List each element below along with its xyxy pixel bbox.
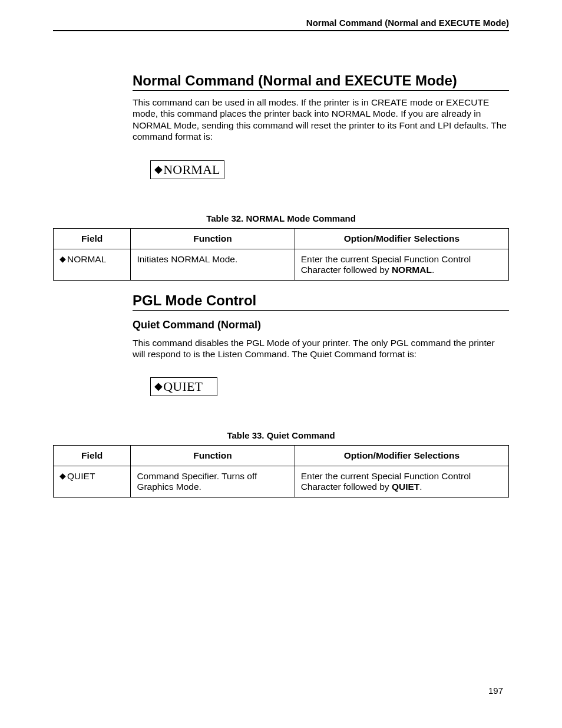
command-box-quiet: ◆QUIET <box>150 377 217 396</box>
section-paragraph: This command disables the PGL Mode of yo… <box>133 337 509 360</box>
table-caption: Table 33. Quiet Command <box>53 430 509 440</box>
table-header-row: Field Function Option/Modifier Selection… <box>54 446 509 466</box>
cell-options: Enter the current Special Function Contr… <box>295 466 508 498</box>
page: Normal Command (Normal and EXECUTE Mode)… <box>0 0 562 728</box>
col-header-field: Field <box>54 446 131 466</box>
diamond-icon: ◆ <box>154 380 163 392</box>
table-quiet: Field Function Option/Modifier Selection… <box>53 445 509 498</box>
table-caption: Table 32. NORMAL Mode Command <box>53 213 509 223</box>
subsection-title: Quiet Command (Normal) <box>133 319 509 331</box>
section-normal-command: Normal Command (Normal and EXECUTE Mode)… <box>133 73 509 197</box>
command-text: NORMAL <box>163 162 220 177</box>
running-header: Normal Command (Normal and EXECUTE Mode) <box>53 18 509 31</box>
section-title: Normal Command (Normal and EXECUTE Mode) <box>133 73 509 91</box>
command-text: QUIET <box>163 379 203 394</box>
diamond-icon: ◆ <box>59 471 66 480</box>
cell-field: ◆QUIET <box>54 466 131 498</box>
command-box-normal: ◆NORMAL <box>150 160 224 179</box>
cell-function: Command Specifier. Turns off Graphics Mo… <box>131 466 295 498</box>
diamond-icon: ◆ <box>154 163 163 175</box>
section-title: PGL Mode Control <box>133 292 509 311</box>
table-header-row: Field Function Option/Modifier Selection… <box>54 228 509 249</box>
col-header-options: Option/Modifier Selections <box>295 446 508 466</box>
diamond-icon: ◆ <box>59 254 66 263</box>
col-header-function: Function <box>131 446 295 466</box>
page-number: 197 <box>488 686 503 696</box>
section-pgl-mode: PGL Mode Control Quiet Command (Normal) … <box>133 292 509 414</box>
col-header-function: Function <box>131 228 295 249</box>
table-block-normal: Table 32. NORMAL Mode Command Field Func… <box>53 213 509 281</box>
table-row: ◆QUIET Command Specifier. Turns off Grap… <box>54 466 509 498</box>
cell-field: ◆NORMAL <box>54 249 131 280</box>
table-block-quiet: Table 33. Quiet Command Field Function O… <box>53 430 509 498</box>
col-header-options: Option/Modifier Selections <box>295 228 508 249</box>
cell-options: Enter the current Special Function Contr… <box>295 249 508 280</box>
table-row: ◆NORMAL Initiates NORMAL Mode. Enter the… <box>54 249 509 280</box>
section-paragraph: This command can be used in all modes. I… <box>133 97 509 143</box>
cell-function: Initiates NORMAL Mode. <box>131 249 295 280</box>
col-header-field: Field <box>54 228 131 249</box>
table-normal: Field Function Option/Modifier Selection… <box>53 228 509 281</box>
